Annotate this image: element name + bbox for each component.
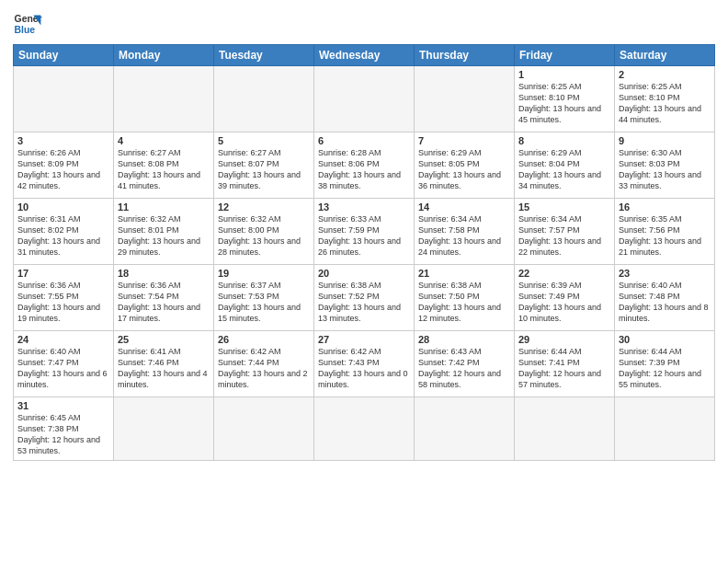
day-info: Sunrise: 6:38 AM Sunset: 7:50 PM Dayligh…	[418, 280, 510, 325]
calendar-cell: 22Sunrise: 6:39 AM Sunset: 7:49 PM Dayli…	[515, 265, 615, 331]
day-number: 27	[318, 334, 410, 345]
day-number: 21	[418, 268, 510, 279]
calendar-cell: 16Sunrise: 6:35 AM Sunset: 7:56 PM Dayli…	[615, 199, 715, 265]
calendar-cell: 30Sunrise: 6:44 AM Sunset: 7:39 PM Dayli…	[615, 331, 715, 397]
day-number: 1	[518, 69, 610, 80]
day-number: 19	[218, 268, 310, 279]
calendar-cell	[214, 66, 314, 132]
week-row-0: 1Sunrise: 6:25 AM Sunset: 8:10 PM Daylig…	[14, 66, 715, 132]
calendar-cell: 28Sunrise: 6:43 AM Sunset: 7:42 PM Dayli…	[415, 331, 515, 397]
calendar-cell: 6Sunrise: 6:28 AM Sunset: 8:06 PM Daylig…	[314, 132, 415, 199]
day-number: 8	[518, 135, 610, 146]
day-info: Sunrise: 6:34 AM Sunset: 7:57 PM Dayligh…	[518, 213, 610, 259]
day-number: 6	[318, 135, 410, 146]
weekday-header-wednesday: Wednesday	[314, 45, 415, 66]
calendar-cell: 11Sunrise: 6:32 AM Sunset: 8:01 PM Dayli…	[114, 199, 214, 265]
svg-text:Blue: Blue	[15, 25, 36, 35]
day-info: Sunrise: 6:43 AM Sunset: 7:42 PM Dayligh…	[418, 346, 510, 391]
day-info: Sunrise: 6:45 AM Sunset: 7:38 PM Dayligh…	[17, 412, 109, 457]
calendar-cell: 4Sunrise: 6:27 AM Sunset: 8:08 PM Daylig…	[114, 132, 214, 199]
logo: General Blue	[13, 9, 42, 39]
day-number: 10	[17, 201, 109, 213]
calendar-cell: 29Sunrise: 6:44 AM Sunset: 7:41 PM Dayli…	[515, 331, 615, 397]
day-info: Sunrise: 6:36 AM Sunset: 7:55 PM Dayligh…	[17, 280, 109, 325]
day-info: Sunrise: 6:29 AM Sunset: 8:05 PM Dayligh…	[418, 147, 510, 192]
day-info: Sunrise: 6:38 AM Sunset: 7:52 PM Dayligh…	[318, 280, 410, 325]
day-info: Sunrise: 6:28 AM Sunset: 8:06 PM Dayligh…	[318, 147, 410, 192]
day-info: Sunrise: 6:39 AM Sunset: 7:49 PM Dayligh…	[518, 280, 610, 325]
week-row-2: 10Sunrise: 6:31 AM Sunset: 8:02 PM Dayli…	[14, 199, 715, 265]
day-number: 24	[17, 334, 109, 345]
weekday-header-row: SundayMondayTuesdayWednesdayThursdayFrid…	[14, 45, 715, 66]
day-number: 17	[17, 268, 109, 279]
weekday-header-tuesday: Tuesday	[214, 45, 314, 66]
calendar-cell: 19Sunrise: 6:37 AM Sunset: 7:53 PM Dayli…	[214, 265, 314, 331]
day-number: 29	[518, 334, 610, 345]
calendar-cell	[114, 397, 214, 461]
day-info: Sunrise: 6:32 AM Sunset: 8:01 PM Dayligh…	[118, 213, 210, 259]
calendar-cell: 18Sunrise: 6:36 AM Sunset: 7:54 PM Dayli…	[114, 265, 214, 331]
week-row-1: 3Sunrise: 6:26 AM Sunset: 8:09 PM Daylig…	[14, 132, 715, 199]
day-number: 31	[17, 400, 109, 411]
day-info: Sunrise: 6:31 AM Sunset: 8:02 PM Dayligh…	[17, 213, 109, 259]
day-info: Sunrise: 6:41 AM Sunset: 7:46 PM Dayligh…	[118, 346, 210, 391]
week-row-3: 17Sunrise: 6:36 AM Sunset: 7:55 PM Dayli…	[14, 265, 715, 331]
calendar-cell	[415, 66, 515, 132]
calendar-cell: 15Sunrise: 6:34 AM Sunset: 7:57 PM Dayli…	[515, 199, 615, 265]
day-number: 9	[619, 135, 711, 146]
day-number: 11	[118, 201, 210, 213]
calendar-cell: 31Sunrise: 6:45 AM Sunset: 7:38 PM Dayli…	[14, 397, 114, 461]
day-number: 18	[118, 268, 210, 279]
day-info: Sunrise: 6:42 AM Sunset: 7:44 PM Dayligh…	[218, 346, 310, 391]
week-row-4: 24Sunrise: 6:40 AM Sunset: 7:47 PM Dayli…	[14, 331, 715, 397]
day-info: Sunrise: 6:37 AM Sunset: 7:53 PM Dayligh…	[218, 280, 310, 325]
general-blue-logo-icon: General Blue	[13, 9, 42, 39]
day-number: 20	[318, 268, 410, 279]
calendar-cell: 3Sunrise: 6:26 AM Sunset: 8:09 PM Daylig…	[14, 132, 114, 199]
calendar-cell	[515, 397, 615, 461]
calendar-cell	[415, 397, 515, 461]
weekday-header-sunday: Sunday	[14, 45, 114, 66]
calendar-cell	[314, 66, 415, 132]
calendar-cell: 20Sunrise: 6:38 AM Sunset: 7:52 PM Dayli…	[314, 265, 415, 331]
day-info: Sunrise: 6:30 AM Sunset: 8:03 PM Dayligh…	[619, 147, 711, 192]
calendar-cell: 5Sunrise: 6:27 AM Sunset: 8:07 PM Daylig…	[214, 132, 314, 199]
calendar-cell: 1Sunrise: 6:25 AM Sunset: 8:10 PM Daylig…	[515, 66, 615, 132]
day-number: 7	[418, 135, 510, 146]
day-number: 30	[619, 334, 711, 345]
day-info: Sunrise: 6:32 AM Sunset: 8:00 PM Dayligh…	[218, 213, 310, 259]
day-info: Sunrise: 6:33 AM Sunset: 7:59 PM Dayligh…	[318, 213, 410, 259]
day-info: Sunrise: 6:40 AM Sunset: 7:48 PM Dayligh…	[619, 280, 711, 325]
calendar-cell	[615, 397, 715, 461]
day-info: Sunrise: 6:27 AM Sunset: 8:08 PM Dayligh…	[118, 147, 210, 192]
day-info: Sunrise: 6:35 AM Sunset: 7:56 PM Dayligh…	[619, 213, 711, 259]
day-info: Sunrise: 6:27 AM Sunset: 8:07 PM Dayligh…	[218, 147, 310, 192]
header: General Blue	[13, 9, 715, 39]
calendar-cell: 10Sunrise: 6:31 AM Sunset: 8:02 PM Dayli…	[14, 199, 114, 265]
day-number: 22	[518, 268, 610, 279]
week-row-5: 31Sunrise: 6:45 AM Sunset: 7:38 PM Dayli…	[14, 397, 715, 461]
calendar-cell	[314, 397, 415, 461]
calendar: SundayMondayTuesdayWednesdayThursdayFrid…	[13, 44, 715, 461]
weekday-header-saturday: Saturday	[615, 45, 715, 66]
calendar-cell: 25Sunrise: 6:41 AM Sunset: 7:46 PM Dayli…	[114, 331, 214, 397]
calendar-cell: 14Sunrise: 6:34 AM Sunset: 7:58 PM Dayli…	[415, 199, 515, 265]
calendar-cell: 8Sunrise: 6:29 AM Sunset: 8:04 PM Daylig…	[515, 132, 615, 199]
day-info: Sunrise: 6:44 AM Sunset: 7:39 PM Dayligh…	[619, 346, 711, 391]
calendar-cell: 17Sunrise: 6:36 AM Sunset: 7:55 PM Dayli…	[14, 265, 114, 331]
calendar-cell	[114, 66, 214, 132]
calendar-cell: 9Sunrise: 6:30 AM Sunset: 8:03 PM Daylig…	[615, 132, 715, 199]
day-number: 25	[118, 334, 210, 345]
day-info: Sunrise: 6:29 AM Sunset: 8:04 PM Dayligh…	[518, 147, 610, 192]
day-number: 12	[218, 201, 310, 213]
calendar-cell: 23Sunrise: 6:40 AM Sunset: 7:48 PM Dayli…	[615, 265, 715, 331]
calendar-cell	[14, 66, 114, 132]
day-info: Sunrise: 6:25 AM Sunset: 8:10 PM Dayligh…	[518, 81, 610, 126]
calendar-cell: 26Sunrise: 6:42 AM Sunset: 7:44 PM Dayli…	[214, 331, 314, 397]
calendar-cell: 2Sunrise: 6:25 AM Sunset: 8:10 PM Daylig…	[615, 66, 715, 132]
day-number: 14	[418, 201, 510, 213]
day-info: Sunrise: 6:36 AM Sunset: 7:54 PM Dayligh…	[118, 280, 210, 325]
day-number: 13	[318, 201, 410, 213]
weekday-header-thursday: Thursday	[415, 45, 515, 66]
day-info: Sunrise: 6:42 AM Sunset: 7:43 PM Dayligh…	[318, 346, 410, 391]
